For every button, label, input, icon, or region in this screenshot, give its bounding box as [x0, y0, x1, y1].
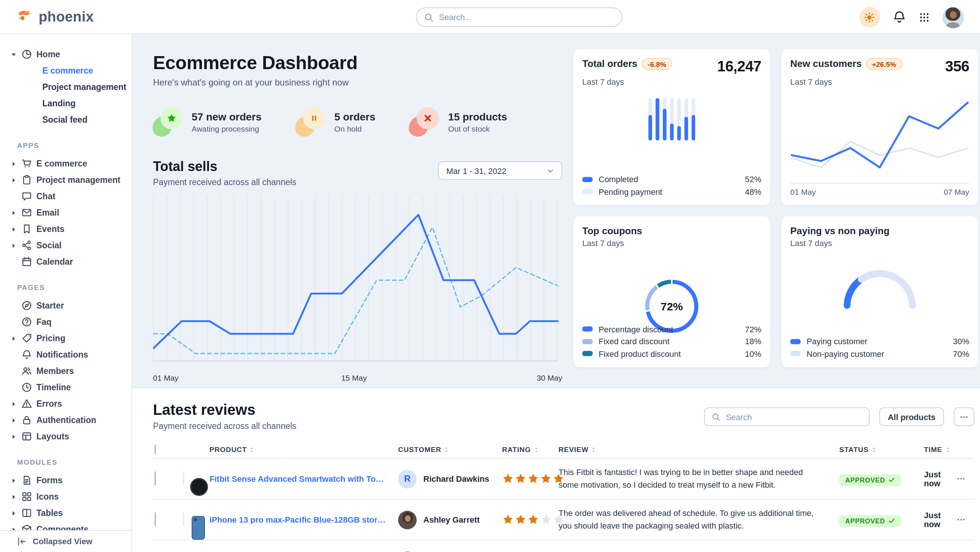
sidebar-item-notifications[interactable]: Notifications [10, 346, 126, 363]
caret-right-icon [10, 433, 17, 440]
stat-sublabel: Awating processing [192, 124, 261, 133]
sidebar-item-home[interactable]: Home [10, 46, 126, 62]
dots-h-icon [957, 515, 966, 524]
main-content: Ecommerce Dashboard Here's what's going … [132, 34, 980, 552]
file-text-icon [22, 475, 32, 485]
sidebar-subitem-social-feed[interactable]: Social feed [10, 112, 126, 128]
top-coupons-card: Top coupons Last 7 days 72% Percentage d… [573, 216, 770, 367]
sidebar-item-starter[interactable]: Starter [10, 297, 126, 314]
tag-icon [22, 333, 32, 343]
sidebar-item-icons[interactable]: Icons [10, 488, 126, 505]
row-menu-button[interactable] [957, 515, 974, 524]
dashboard-top-section: Ecommerce Dashboard Here's what's going … [132, 34, 980, 387]
sidebar-subitem-e-commerce[interactable]: E commerce [10, 62, 126, 79]
sidebar-item-members[interactable]: Members [10, 363, 126, 379]
app-root: phoenix HomeE commerceProject management… [0, 0, 980, 552]
row-checkbox[interactable] [154, 512, 156, 526]
stat-label: 57 new orders [192, 111, 261, 123]
product-image[interactable] [183, 512, 184, 526]
column-header-time[interactable]: TIME [924, 445, 957, 453]
stat-label: 15 products [448, 111, 507, 123]
change-badge: +26.5% [866, 58, 902, 70]
sidebar-item-chat[interactable]: Chat [10, 188, 126, 204]
card-period: Last 7 days [790, 77, 969, 86]
reviews-search[interactable] [705, 407, 870, 426]
legend-row: Pending payment48% [582, 185, 761, 198]
sort-icon [443, 447, 449, 452]
collapse-view-label: Collapsed View [33, 537, 92, 546]
new-customers-card: New customers +26.5% 356 Last 7 days 01 … [781, 49, 978, 205]
dots-h-icon [957, 474, 966, 483]
reviews-search-input[interactable] [726, 412, 863, 421]
star-icon [502, 473, 514, 485]
sidebar-item-layouts[interactable]: Layouts [10, 428, 126, 445]
global-search-input[interactable] [439, 13, 614, 22]
apps-menu-button[interactable] [918, 11, 929, 23]
sidebar-item-email[interactable]: Email [10, 204, 126, 221]
sidebar-subitem-project-management[interactable]: Project management [10, 79, 126, 95]
legend-value: 72% [745, 325, 761, 334]
sidebar-item-calendar[interactable]: Calendar [10, 254, 126, 270]
select-all-checkbox[interactable] [154, 445, 156, 454]
sidebar-section-label: PAGES [17, 283, 126, 292]
total-orders-card: Total orders -6.8% 16,247 Last 7 days Co… [573, 49, 770, 205]
sidebar-item-forms[interactable]: Forms [10, 472, 126, 488]
review-text: The order was delivered ahead of schedul… [558, 507, 839, 532]
sidebar-item-label: Timeline [37, 383, 71, 392]
column-header-customer[interactable]: CUSTOMER [398, 445, 502, 453]
column-header-status[interactable]: STATUS [839, 445, 924, 453]
notifications-button[interactable] [892, 10, 906, 24]
new-customers-chart [790, 95, 969, 181]
column-header-review[interactable]: REVIEW [558, 445, 839, 453]
sidebar-item-e-commerce[interactable]: E commerce [10, 155, 126, 172]
review-time: Just now [924, 470, 957, 488]
collapse-view-button[interactable]: Collapsed View [0, 530, 132, 552]
stat-item: 57 new ordersAwating processing [153, 107, 261, 137]
caret-right-icon [10, 477, 17, 483]
global-search[interactable] [416, 8, 622, 27]
sidebar-item-faq[interactable]: Faq [10, 314, 126, 330]
card-title: New customers [790, 58, 862, 69]
date-range-select[interactable]: Mar 1 - 31, 2022 [438, 161, 562, 180]
sidebar-item-errors[interactable]: Errors [10, 396, 126, 412]
review-time: Just now [924, 511, 957, 528]
all-products-button[interactable]: All products [880, 407, 943, 426]
star-icon [502, 514, 514, 526]
stat-icon-wrap [296, 107, 325, 137]
sidebar-item-authentication[interactable]: Authentication [10, 412, 126, 428]
cart-icon [22, 158, 32, 169]
sun-icon [864, 11, 875, 23]
product-link[interactable]: Fitbit Sense Advanced Smartwatch with To… [210, 474, 398, 483]
lock-icon [22, 415, 32, 425]
sidebar-item-timeline[interactable]: Timeline [10, 379, 126, 396]
sidebar-item-events[interactable]: Events [10, 221, 126, 237]
sidebar-subitem-landing[interactable]: Landing [10, 95, 126, 112]
row-menu-button[interactable] [957, 474, 974, 483]
sidebar-item-pricing[interactable]: Pricing [10, 330, 126, 346]
column-header-rating[interactable]: RATING [502, 445, 558, 453]
sidebar-item-tables[interactable]: Tables [10, 505, 126, 521]
sidebar-item-social[interactable]: Social [10, 237, 126, 254]
x-tick: 07 May [943, 187, 969, 196]
close-icon [423, 113, 433, 123]
product-link[interactable]: iPhone 13 pro max-Pacific Blue-128GB sto… [210, 515, 398, 524]
bookmark-icon [22, 224, 32, 234]
stat-label: 5 orders [334, 111, 375, 123]
row-checkbox[interactable] [154, 471, 156, 485]
reviews-more-button[interactable] [953, 407, 974, 426]
product-image[interactable] [183, 471, 184, 485]
brand-logo[interactable]: phoenix [16, 0, 94, 34]
customer-name: Ashley Garrett [423, 515, 480, 524]
column-header-product[interactable]: PRODUCT [210, 445, 398, 453]
user-avatar[interactable] [942, 6, 964, 28]
rating-stars [502, 473, 558, 485]
theme-toggle-button[interactable] [859, 7, 880, 27]
sidebar-item-project-management[interactable]: Project management [10, 172, 126, 188]
total-sells-x-axis: 01 May 15 May 30 May [153, 373, 562, 382]
header-actions [859, 0, 964, 34]
legend-value: 30% [953, 337, 969, 346]
sort-icon [533, 447, 539, 452]
search-icon [424, 12, 434, 22]
sidebar-item-components[interactable]: Components [10, 521, 126, 530]
table-header-row: PRODUCTCUSTOMERRATINGREVIEWSTATUSTIME [153, 441, 974, 459]
